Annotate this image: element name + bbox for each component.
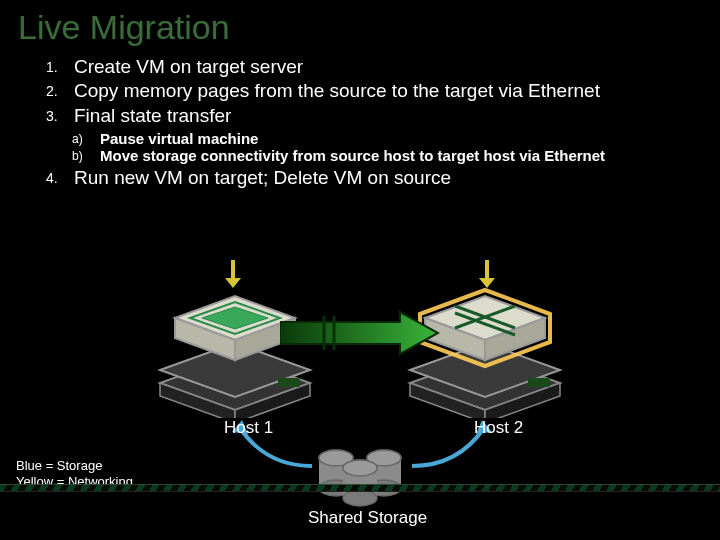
diagram-area: Host 1 Host 2 Shared Storage <box>0 258 720 488</box>
slide-title: Live Migration <box>0 0 720 47</box>
step-num-2: 2. <box>46 79 74 103</box>
step-num-1: 1. <box>46 55 74 79</box>
substep-num-a: a) <box>72 130 100 147</box>
host1-label: Host 1 <box>224 418 273 438</box>
step-4-row: 4.Run new VM on target; Delete VM on sou… <box>46 166 720 190</box>
host2-label: Host 2 <box>474 418 523 438</box>
step-2: Copy memory pages from the source to the… <box>74 79 600 103</box>
svg-marker-26 <box>225 278 241 288</box>
migration-arrow-icon <box>280 308 440 358</box>
svg-marker-28 <box>479 278 495 288</box>
footer-decor <box>0 484 720 492</box>
network-arrow-host1-icon <box>216 256 250 290</box>
step-num-3: 3. <box>46 104 74 128</box>
step-num-4: 4. <box>46 166 74 190</box>
substep-num-b: b) <box>72 147 100 164</box>
step-4: Run new VM on target; Delete VM on sourc… <box>74 166 451 190</box>
substeps-list: a)Pause virtual machine b)Move storage c… <box>72 130 720 164</box>
svg-rect-4 <box>278 378 300 387</box>
svg-point-40 <box>343 460 377 476</box>
network-arrow-host2-icon <box>470 256 504 290</box>
shared-storage-graphic <box>312 444 408 508</box>
substep-b: Move storage connectivity from source ho… <box>100 147 605 164</box>
svg-marker-22 <box>280 312 438 354</box>
steps-list: 1.Create VM on target server 2.Copy memo… <box>46 55 720 128</box>
shared-storage-label: Shared Storage <box>308 508 427 528</box>
svg-rect-14 <box>528 378 550 387</box>
step-3: Final state transfer <box>74 104 231 128</box>
legend-line-1: Blue = Storage <box>16 458 133 474</box>
step-1: Create VM on target server <box>74 55 303 79</box>
substep-a: Pause virtual machine <box>100 130 258 147</box>
svg-point-39 <box>343 490 377 506</box>
